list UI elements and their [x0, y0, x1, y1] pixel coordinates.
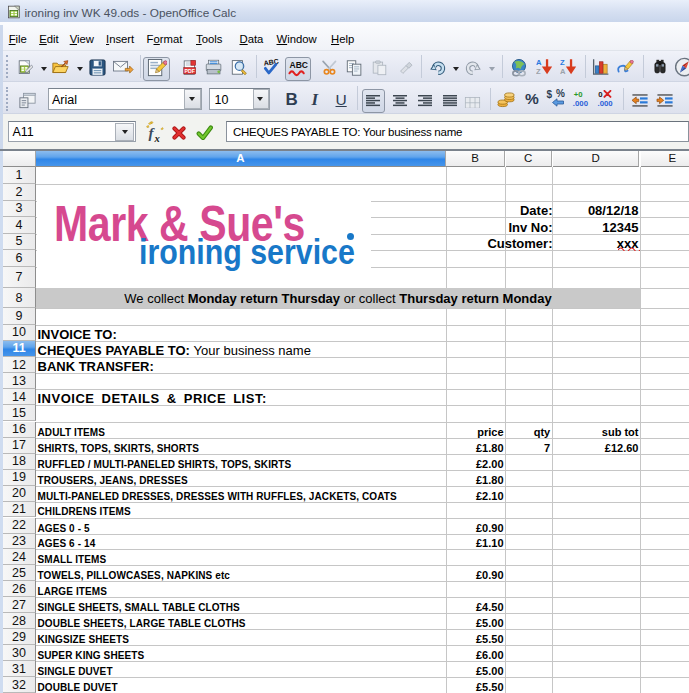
- svg-text:x: x: [154, 133, 161, 144]
- svg-text:ABC: ABC: [289, 60, 308, 70]
- svg-text:.000: .000: [573, 99, 588, 108]
- svg-text:0: 0: [598, 90, 602, 99]
- svg-text:A: A: [560, 67, 566, 76]
- svg-text:$: $: [547, 89, 553, 100]
- svg-text:+0: +0: [574, 90, 583, 99]
- svg-text:PDF: PDF: [185, 67, 195, 73]
- svg-text:%: %: [556, 88, 565, 99]
- svg-text:.000: .000: [598, 99, 613, 108]
- svg-text:Z: Z: [536, 67, 541, 76]
